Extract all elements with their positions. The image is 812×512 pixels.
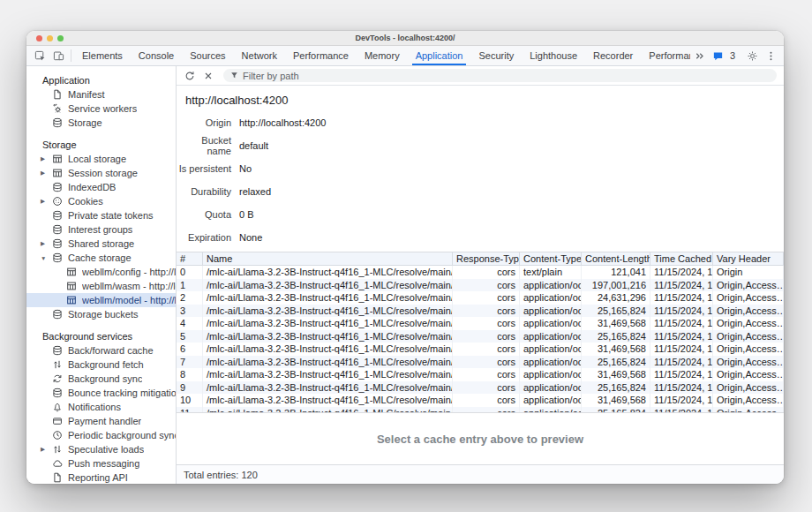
cell-time-cached: 11/15/2024, 10…	[650, 368, 713, 381]
sidebar-item-private-state-tokens[interactable]: Private state tokens	[26, 208, 176, 222]
tab-label: Application	[416, 50, 463, 61]
sidebar-item-service-workers[interactable]: Service workers	[26, 102, 176, 116]
device-toolbar-icon[interactable]	[49, 46, 68, 65]
filter-by-path-input[interactable]: Filter by path	[223, 69, 777, 82]
tab-performance-insights[interactable]: Performance insights	[641, 46, 690, 65]
sidebar-item-reporting-api[interactable]: Reporting API	[26, 471, 176, 484]
chevron-right-icon[interactable]: ▶	[41, 240, 52, 247]
chevron-right-icon[interactable]: ▶	[41, 169, 52, 177]
sidebar-item-label: Background fetch	[68, 359, 144, 370]
table-row[interactable]: 0/mlc-ai/Llama-3.2-3B-Instruct-q4f16_1-M…	[177, 266, 784, 279]
tab-label: Network	[242, 50, 277, 61]
chevron-right-icon[interactable]: ▶	[41, 198, 52, 205]
sidebar-item-push-messaging[interactable]: Push messaging	[26, 456, 176, 471]
table-row[interactable]: 8/mlc-ai/Llama-3.2-3B-Instruct-q4f16_1-M…	[177, 368, 784, 381]
tab-label: Lighthouse	[530, 50, 577, 61]
table-row[interactable]: 9/mlc-ai/Llama-3.2-3B-Instruct-q4f16_1-M…	[177, 381, 784, 395]
sidebar-item-webllm-model-http-loc[interactable]: webllm/model - http://loc…	[26, 293, 176, 307]
cache-storage-panel: Filter by path http://localhost:4200 Ori…	[177, 66, 784, 484]
sidebar-item-label: Payment handler	[68, 416, 141, 426]
sidebar-item-payment-handler[interactable]: Payment handler	[26, 414, 176, 428]
sidebar-item-webllm-config-http-loc[interactable]: webllm/config - http://loc…	[26, 265, 176, 279]
clear-cache-icon[interactable]	[200, 68, 216, 84]
sidebar-item-session-storage[interactable]: ▶Session storage	[26, 166, 176, 180]
kebab-menu-icon[interactable]	[762, 50, 780, 62]
sidebar-item-shared-storage[interactable]: ▶Shared storage	[26, 237, 176, 251]
sidebar-item-local-storage[interactable]: ▶Local storage	[26, 152, 176, 166]
sidebar-item-interest-groups[interactable]: Interest groups	[26, 222, 176, 237]
sidebar-item-indexeddb[interactable]: IndexedDB	[26, 180, 176, 194]
chevron-right-icon[interactable]: ▶	[41, 446, 52, 453]
application-sidebar: ApplicationManifestService workersStorag…	[26, 66, 177, 484]
tab-console[interactable]: Console	[131, 46, 182, 65]
sidebar-item-label: Periodic background sync	[68, 430, 176, 440]
tab-performance[interactable]: Performance	[285, 46, 357, 65]
cell-response-type: cors	[453, 356, 520, 369]
sidebar-item-webllm-wasm-http-loca[interactable]: webllm/wasm - http://loca…	[26, 279, 176, 293]
cell-name: /mlc-ai/Llama-3.2-3B-Instruct-q4f16_1-ML…	[203, 266, 453, 279]
sidebar-item-manifest[interactable]: Manifest	[26, 87, 176, 102]
sidebar-item-bounce-tracking-mitigations[interactable]: Bounce tracking mitigations	[26, 386, 176, 400]
table-row[interactable]: 5/mlc-ai/Llama-3.2-3B-Instruct-q4f16_1-M…	[177, 330, 784, 343]
sidebar-item-label: Private state tokens	[68, 210, 154, 221]
tab-memory[interactable]: Memory	[357, 46, 408, 65]
refresh-icon[interactable]	[182, 68, 198, 84]
table-row[interactable]: 2/mlc-ai/Llama-3.2-3B-Instruct-q4f16_1-M…	[177, 291, 784, 305]
more-tabs-icon[interactable]	[690, 50, 709, 62]
cell-name: /mlc-ai/Llama-3.2-3B-Instruct-q4f16_1-ML…	[203, 317, 453, 330]
column-header-[interactable]: #	[177, 252, 203, 265]
toolbar-divider	[71, 49, 71, 62]
sidebar-item-storage[interactable]: Storage	[26, 116, 176, 130]
table-row[interactable]: 1/mlc-ai/Llama-3.2-3B-Instruct-q4f16_1-M…	[177, 279, 784, 292]
sidebar-item-periodic-background-sync[interactable]: Periodic background sync	[26, 428, 176, 442]
inspect-element-icon[interactable]	[31, 46, 49, 65]
table-body: 0/mlc-ai/Llama-3.2-3B-Instruct-q4f16_1-M…	[177, 266, 784, 413]
cache-toolbar: Filter by path	[177, 66, 784, 86]
column-header-name[interactable]: Name	[203, 252, 453, 265]
settings-gear-icon[interactable]	[743, 50, 762, 62]
table-row[interactable]: 4/mlc-ai/Llama-3.2-3B-Instruct-q4f16_1-M…	[177, 317, 784, 330]
sidebar-item-background-sync[interactable]: Background sync	[26, 372, 176, 386]
cell-content-length: 25,165,824	[582, 356, 650, 369]
tab-application[interactable]: Application	[408, 46, 471, 65]
table-icon	[66, 267, 77, 277]
cell-time-cached: 11/15/2024, 10…	[650, 291, 713, 305]
tab-network[interactable]: Network	[234, 46, 285, 65]
sidebar-item-label: IndexedDB	[68, 182, 116, 192]
sidebar-item-speculative-loads[interactable]: ▶Speculative loads	[26, 442, 176, 456]
sidebar-item-back-forward-cache[interactable]: Back/forward cache	[26, 343, 176, 358]
table-row[interactable]: 3/mlc-ai/Llama-3.2-3B-Instruct-q4f16_1-M…	[177, 305, 784, 318]
tab-label: Security	[478, 50, 514, 61]
cell-content-type: application/oc…	[520, 407, 582, 414]
sidebar-item-storage-buckets[interactable]: Storage buckets	[26, 307, 176, 321]
issues-icon[interactable]	[709, 50, 727, 62]
sidebar-item-cache-storage[interactable]: ▼Cache storage	[26, 251, 176, 265]
sidebar-section-title: Application	[26, 73, 176, 87]
sidebar-item-cookies[interactable]: ▶Cookies	[26, 194, 176, 208]
table-row[interactable]: 7/mlc-ai/Llama-3.2-3B-Instruct-q4f16_1-M…	[177, 356, 784, 369]
table-row[interactable]: 6/mlc-ai/Llama-3.2-3B-Instruct-q4f16_1-M…	[177, 343, 784, 356]
tab-elements[interactable]: Elements	[74, 46, 131, 65]
column-header-content-length[interactable]: Content-Length	[582, 252, 650, 265]
chevron-down-icon[interactable]: ▼	[41, 255, 52, 261]
tab-lighthouse[interactable]: Lighthouse	[522, 46, 585, 65]
document-icon	[52, 472, 63, 483]
cell-: 8	[177, 368, 203, 381]
column-header-time-cached[interactable]: Time Cached	[650, 252, 713, 265]
tab-sources[interactable]: Sources	[182, 46, 233, 65]
column-header-vary-header[interactable]: Vary Header	[713, 252, 784, 265]
tab-security[interactable]: Security	[470, 46, 522, 65]
cell-vary-header: Origin,Access…	[713, 343, 784, 356]
sidebar-item-notifications[interactable]: Notifications	[26, 400, 176, 414]
table-row[interactable]: 10/mlc-ai/Llama-3.2-3B-Instruct-q4f16_1-…	[177, 394, 784, 407]
chevron-right-icon[interactable]: ▶	[41, 155, 52, 162]
tab-recorder[interactable]: Recorder	[585, 46, 641, 65]
table-row[interactable]: 11/mlc-ai/Llama-3.2-3B-Instruct-q4f16_1-…	[177, 407, 784, 414]
cell-vary-header: Origin,Access…	[713, 279, 784, 292]
cell-name: /mlc-ai/Llama-3.2-3B-Instruct-q4f16_1-ML…	[203, 381, 453, 395]
cell-content-type: application/oc…	[520, 394, 582, 407]
column-header-content-type[interactable]: Content-Type	[520, 252, 582, 265]
table-icon	[66, 281, 77, 291]
sidebar-item-background-fetch[interactable]: Background fetch	[26, 358, 176, 372]
column-header-response-type[interactable]: Response-Type	[453, 252, 520, 265]
